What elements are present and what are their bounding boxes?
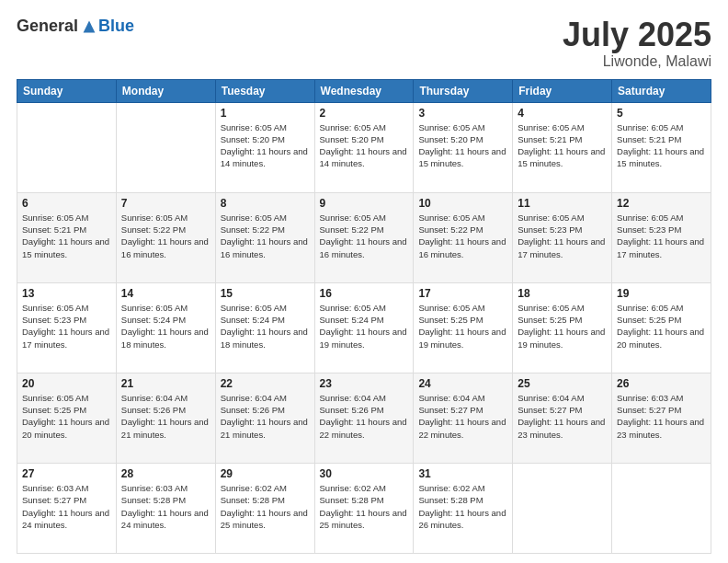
location-subtitle: Liwonde, Malawi xyxy=(563,53,711,70)
table-row: 1Sunrise: 6:05 AM Sunset: 5:20 PM Daylig… xyxy=(215,102,314,192)
day-number: 4 xyxy=(518,107,607,120)
table-row: 21Sunrise: 6:04 AM Sunset: 5:26 PM Dayli… xyxy=(116,373,215,463)
table-row: 26Sunrise: 6:03 AM Sunset: 5:27 PM Dayli… xyxy=(612,373,711,463)
calendar-week-3: 13Sunrise: 6:05 AM Sunset: 5:23 PM Dayli… xyxy=(17,282,711,373)
calendar-week-5: 27Sunrise: 6:03 AM Sunset: 5:27 PM Dayli… xyxy=(17,463,711,553)
day-info: Sunrise: 6:05 AM Sunset: 5:24 PM Dayligh… xyxy=(320,302,409,350)
day-number: 30 xyxy=(320,467,409,480)
day-info: Sunrise: 6:05 AM Sunset: 5:23 PM Dayligh… xyxy=(518,212,607,260)
table-row: 28Sunrise: 6:03 AM Sunset: 5:28 PM Dayli… xyxy=(116,463,215,553)
calendar-header-row: Sunday Monday Tuesday Wednesday Thursday… xyxy=(17,79,711,102)
table-row: 24Sunrise: 6:04 AM Sunset: 5:27 PM Dayli… xyxy=(414,373,513,463)
day-info: Sunrise: 6:05 AM Sunset: 5:25 PM Dayligh… xyxy=(22,392,111,441)
header-tuesday: Tuesday xyxy=(215,79,314,102)
day-number: 15 xyxy=(221,287,310,300)
table-row: 3Sunrise: 6:05 AM Sunset: 5:20 PM Daylig… xyxy=(414,102,513,192)
day-info: Sunrise: 6:05 AM Sunset: 5:22 PM Dayligh… xyxy=(418,212,507,260)
day-number: 25 xyxy=(518,377,607,390)
day-number: 14 xyxy=(121,287,210,300)
day-info: Sunrise: 6:04 AM Sunset: 5:27 PM Dayligh… xyxy=(518,392,607,441)
calendar-week-2: 6Sunrise: 6:05 AM Sunset: 5:21 PM Daylig… xyxy=(17,192,711,282)
day-info: Sunrise: 6:04 AM Sunset: 5:27 PM Dayligh… xyxy=(418,392,507,441)
table-row: 27Sunrise: 6:03 AM Sunset: 5:27 PM Dayli… xyxy=(17,463,117,553)
day-info: Sunrise: 6:05 AM Sunset: 5:21 PM Dayligh… xyxy=(617,121,706,170)
page-header: General Blue July 2025 Liwonde, Malawi xyxy=(17,17,711,70)
table-row: 18Sunrise: 6:05 AM Sunset: 5:25 PM Dayli… xyxy=(513,282,612,373)
day-info: Sunrise: 6:05 AM Sunset: 5:24 PM Dayligh… xyxy=(221,302,310,350)
day-info: Sunrise: 6:05 AM Sunset: 5:23 PM Dayligh… xyxy=(617,212,706,260)
table-row: 22Sunrise: 6:04 AM Sunset: 5:26 PM Dayli… xyxy=(215,373,314,463)
day-info: Sunrise: 6:04 AM Sunset: 5:26 PM Dayligh… xyxy=(221,392,310,441)
day-info: Sunrise: 6:04 AM Sunset: 5:26 PM Dayligh… xyxy=(121,392,210,441)
day-info: Sunrise: 6:05 AM Sunset: 5:24 PM Dayligh… xyxy=(121,302,210,350)
table-row: 7Sunrise: 6:05 AM Sunset: 5:22 PM Daylig… xyxy=(116,192,215,282)
calendar-table: Sunday Monday Tuesday Wednesday Thursday… xyxy=(17,79,711,554)
table-row: 6Sunrise: 6:05 AM Sunset: 5:21 PM Daylig… xyxy=(17,192,117,282)
table-row: 23Sunrise: 6:04 AM Sunset: 5:26 PM Dayli… xyxy=(314,373,414,463)
day-number: 1 xyxy=(221,107,310,120)
day-number: 21 xyxy=(121,377,210,390)
day-number: 10 xyxy=(418,197,507,210)
day-number: 16 xyxy=(320,287,409,300)
day-number: 8 xyxy=(221,197,310,210)
day-number: 11 xyxy=(518,197,607,210)
header-friday: Friday xyxy=(513,79,612,102)
day-info: Sunrise: 6:03 AM Sunset: 5:27 PM Dayligh… xyxy=(617,392,706,441)
table-row: 19Sunrise: 6:05 AM Sunset: 5:25 PM Dayli… xyxy=(612,282,711,373)
header-thursday: Thursday xyxy=(414,79,513,102)
day-info: Sunrise: 6:05 AM Sunset: 5:21 PM Dayligh… xyxy=(22,212,111,260)
day-number: 27 xyxy=(22,467,111,480)
day-number: 22 xyxy=(221,377,310,390)
table-row: 20Sunrise: 6:05 AM Sunset: 5:25 PM Dayli… xyxy=(17,373,117,463)
table-row: 2Sunrise: 6:05 AM Sunset: 5:20 PM Daylig… xyxy=(314,102,414,192)
day-info: Sunrise: 6:05 AM Sunset: 5:23 PM Dayligh… xyxy=(22,302,111,350)
table-row: 29Sunrise: 6:02 AM Sunset: 5:28 PM Dayli… xyxy=(215,463,314,553)
day-info: Sunrise: 6:05 AM Sunset: 5:22 PM Dayligh… xyxy=(320,212,409,260)
table-row: 4Sunrise: 6:05 AM Sunset: 5:21 PM Daylig… xyxy=(513,102,612,192)
table-row xyxy=(612,463,711,553)
table-row: 25Sunrise: 6:04 AM Sunset: 5:27 PM Dayli… xyxy=(513,373,612,463)
day-number: 28 xyxy=(121,467,210,480)
table-row: 16Sunrise: 6:05 AM Sunset: 5:24 PM Dayli… xyxy=(314,282,414,373)
day-info: Sunrise: 6:03 AM Sunset: 5:27 PM Dayligh… xyxy=(22,482,111,531)
header-sunday: Sunday xyxy=(17,79,117,102)
day-number: 19 xyxy=(617,287,706,300)
day-info: Sunrise: 6:05 AM Sunset: 5:20 PM Dayligh… xyxy=(320,121,409,170)
month-year-title: July 2025 xyxy=(563,17,711,53)
header-saturday: Saturday xyxy=(612,79,711,102)
svg-marker-0 xyxy=(84,20,96,32)
day-info: Sunrise: 6:02 AM Sunset: 5:28 PM Dayligh… xyxy=(418,482,507,531)
day-number: 5 xyxy=(617,107,706,120)
table-row: 8Sunrise: 6:05 AM Sunset: 5:22 PM Daylig… xyxy=(215,192,314,282)
title-block: July 2025 Liwonde, Malawi xyxy=(563,17,711,70)
table-row: 30Sunrise: 6:02 AM Sunset: 5:28 PM Dayli… xyxy=(314,463,414,553)
day-number: 18 xyxy=(518,287,607,300)
calendar-week-4: 20Sunrise: 6:05 AM Sunset: 5:25 PM Dayli… xyxy=(17,373,711,463)
table-row: 12Sunrise: 6:05 AM Sunset: 5:23 PM Dayli… xyxy=(612,192,711,282)
day-info: Sunrise: 6:02 AM Sunset: 5:28 PM Dayligh… xyxy=(221,482,310,531)
day-number: 9 xyxy=(320,197,409,210)
header-wednesday: Wednesday xyxy=(314,79,414,102)
day-number: 17 xyxy=(418,287,507,300)
table-row: 11Sunrise: 6:05 AM Sunset: 5:23 PM Dayli… xyxy=(513,192,612,282)
day-info: Sunrise: 6:05 AM Sunset: 5:21 PM Dayligh… xyxy=(518,121,607,170)
table-row: 15Sunrise: 6:05 AM Sunset: 5:24 PM Dayli… xyxy=(215,282,314,373)
table-row: 14Sunrise: 6:05 AM Sunset: 5:24 PM Dayli… xyxy=(116,282,215,373)
day-number: 3 xyxy=(418,107,507,120)
table-row: 31Sunrise: 6:02 AM Sunset: 5:28 PM Dayli… xyxy=(414,463,513,553)
logo-blue-text: Blue xyxy=(98,17,134,36)
day-number: 7 xyxy=(121,197,210,210)
day-info: Sunrise: 6:05 AM Sunset: 5:20 PM Dayligh… xyxy=(221,121,310,170)
table-row xyxy=(116,102,215,192)
day-number: 2 xyxy=(320,107,409,120)
day-number: 20 xyxy=(22,377,111,390)
logo: General Blue xyxy=(17,17,134,36)
table-row xyxy=(17,102,117,192)
table-row xyxy=(513,463,612,553)
day-info: Sunrise: 6:05 AM Sunset: 5:25 PM Dayligh… xyxy=(418,302,507,350)
day-info: Sunrise: 6:05 AM Sunset: 5:22 PM Dayligh… xyxy=(221,212,310,260)
day-number: 13 xyxy=(22,287,111,300)
table-row: 10Sunrise: 6:05 AM Sunset: 5:22 PM Dayli… xyxy=(414,192,513,282)
day-number: 29 xyxy=(221,467,310,480)
day-number: 12 xyxy=(617,197,706,210)
